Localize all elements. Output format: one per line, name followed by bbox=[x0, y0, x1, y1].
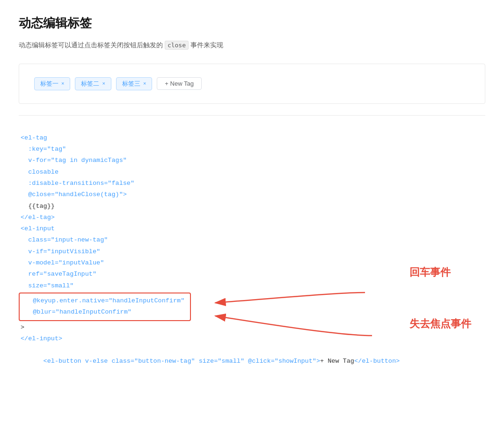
new-tag-button[interactable]: + New Tag bbox=[157, 77, 202, 90]
code-line-17-part1: <el-button v-else class="button-new-tag"… bbox=[44, 358, 320, 365]
demo-box: 标签一 × 标签二 × 标签三 × + New Tag bbox=[19, 64, 485, 104]
code-highlighted-line-1: @keyup.enter.native="handleInputConfirm" bbox=[23, 295, 186, 307]
tag-close-icon[interactable]: × bbox=[143, 81, 146, 86]
code-block: <el-tag :key="tag" v-for="tag in dynamic… bbox=[19, 125, 485, 386]
page-title: 动态编辑标签 bbox=[19, 15, 485, 31]
tags-container: 标签一 × 标签二 × 标签三 × + New Tag bbox=[34, 77, 470, 90]
divider bbox=[19, 115, 485, 116]
code-line-5: :disable-transitions="false" bbox=[19, 178, 485, 189]
code-line-15: > bbox=[19, 322, 485, 333]
tag-item: 标签一 × bbox=[34, 77, 70, 90]
tag-label: 标签一 bbox=[40, 80, 58, 88]
code-line-1: <el-tag bbox=[19, 132, 485, 144]
code-highlighted-line-2: @blur="handleInputConfirm" bbox=[23, 307, 186, 318]
tag-close-icon[interactable]: × bbox=[61, 81, 64, 86]
tag-close-icon[interactable]: × bbox=[102, 81, 105, 86]
code-line-11: v-if="inputVisible" bbox=[19, 246, 485, 257]
code-line-6: @close="handleClose(tag)"> bbox=[19, 189, 485, 200]
tag-item: 标签三 × bbox=[116, 77, 152, 90]
code-line-10: class="input-new-tag" bbox=[19, 234, 485, 246]
code-line-12: v-model="inputValue" bbox=[19, 257, 485, 269]
code-line-17-part3: </el-button> bbox=[354, 358, 400, 365]
tag-item: 标签二 × bbox=[75, 77, 111, 90]
code-line-13: ref="saveTagInput" bbox=[19, 269, 485, 280]
tag-label: 标签三 bbox=[122, 80, 140, 88]
code-line-8: </el-tag> bbox=[19, 212, 485, 223]
code-line-4: closable bbox=[19, 167, 485, 178]
code-line-17: <el-button v-else class="button-new-tag"… bbox=[19, 344, 485, 379]
code-section: <el-tag :key="tag" v-for="tag in dynamic… bbox=[19, 125, 485, 386]
code-line-7: {{tag}} bbox=[19, 201, 485, 212]
code-line-9: <el-input bbox=[19, 223, 485, 234]
tag-label: 标签二 bbox=[81, 80, 99, 88]
code-line-14: size="small" bbox=[19, 280, 485, 292]
code-line-16: </el-input> bbox=[19, 333, 485, 344]
code-line-17-part2: + New Tag bbox=[320, 358, 354, 365]
code-line-2: :key="tag" bbox=[19, 144, 485, 155]
highlighted-code-block: @keyup.enter.native="handleInputConfirm"… bbox=[19, 293, 191, 321]
code-line-3: v-for="tag in dynamicTags" bbox=[19, 155, 485, 166]
description: 动态编辑标签可以通过点击标签关闭按钮后触发的 close 事件来实现 bbox=[19, 40, 485, 51]
